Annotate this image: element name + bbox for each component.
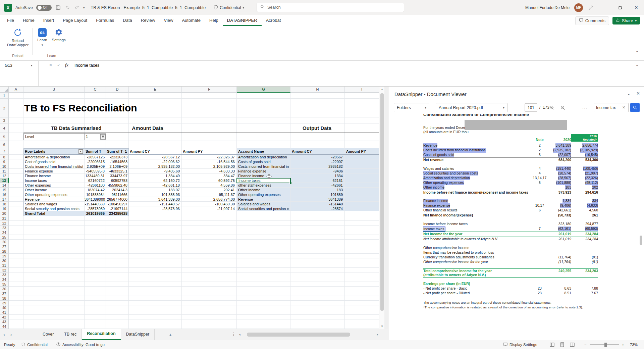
grid-cell[interactable]: Social securities and pension cost (238, 206, 289, 211)
grid-cell[interactable]: -151440 (291, 202, 343, 206)
grid-cell[interactable]: Other income (25, 188, 83, 192)
row-header-11[interactable]: 11 (0, 169, 9, 173)
sensitivity-chip[interactable]: Confidential ▾ (214, 5, 244, 10)
formula-bar-expand-icon[interactable]: ⌄ (636, 63, 639, 67)
row-header-25[interactable]: 25 (0, 235, 9, 240)
grid-cell[interactable]: -28,573.96 (129, 206, 180, 211)
pdf-value-2020[interactable]: (28,574) (558, 171, 571, 176)
grid-cell[interactable]: -28567 (291, 155, 343, 159)
grid-cell[interactable]: Other operating expenses (25, 192, 83, 197)
row-header-41[interactable]: 41 (0, 310, 9, 315)
grid-cell[interactable]: Other income (238, 188, 289, 192)
zoom-slider[interactable] (590, 344, 619, 345)
pdf-snip-row[interactable]: Revenue23,641,3892,656,774 (423, 143, 598, 148)
quick-access-caret-icon[interactable]: ▾ (83, 6, 85, 9)
row-header-31[interactable]: 31 (0, 263, 9, 268)
grid-cell[interactable]: -9,405.60 (129, 169, 180, 173)
grid-cell[interactable]: -21,997.14 (182, 206, 235, 211)
row-header-42[interactable]: 42 (0, 315, 9, 319)
row-header-35[interactable]: 35 (0, 282, 9, 287)
grid-cell[interactable]: -28574 (291, 206, 343, 211)
sheet-tab-cover[interactable]: Cover (38, 329, 59, 340)
grid-cell[interactable]: -2,935,182.00 (129, 164, 180, 169)
grid-cell[interactable]: Finance expense (25, 169, 83, 173)
grid-cell[interactable]: Cost of goods sold (25, 159, 83, 164)
grid-cell[interactable]: Costs of goods sold (238, 159, 289, 164)
grid-cell[interactable]: -100450297 (106, 202, 127, 206)
row-header-24[interactable]: 24 (0, 230, 9, 235)
pdf-snip-row[interactable]: Costs incurred from financial institutio… (423, 148, 598, 153)
pdf-row-label[interactable]: Social securities and pension costs (423, 171, 478, 176)
name-box[interactable]: G13 ▾ (0, 61, 39, 86)
grid-cell[interactable]: -4633325.1 (106, 169, 127, 173)
grid-cell[interactable]: 1 (86, 133, 99, 140)
row-header-16[interactable]: 16 (0, 192, 9, 197)
grid-cell[interactable]: 183.07 (129, 188, 180, 192)
grid-cell[interactable]: 202414.3 (106, 188, 127, 192)
grid-cell[interactable]: -100,450.30 (182, 202, 235, 206)
grid-cell[interactable]: 334.47 (182, 173, 235, 178)
grid-cell[interactable]: -42661 (291, 183, 343, 188)
pdf-value-2019[interactable]: (22,326) (585, 176, 598, 181)
grid-cell[interactable]: 4559862.48 (106, 183, 127, 188)
column-header-F[interactable]: F (182, 87, 237, 93)
pdf-value-2019[interactable]: (4,633) (587, 203, 598, 208)
page-number-input[interactable]: 101 (525, 103, 537, 112)
sheet-report-title[interactable]: TB to FS Reconciliation (24, 99, 232, 117)
grid-cell[interactable]: -151440569 (85, 202, 105, 206)
vertical-scrollbar[interactable]: ▲ ▼ (379, 87, 384, 329)
comments-button[interactable]: Comments (575, 16, 609, 25)
pdf-value-2020[interactable]: (22,007) (558, 153, 571, 157)
scroll-up-icon[interactable]: ▲ (379, 87, 385, 92)
grid-cell[interactable]: 3641389000 (85, 197, 105, 202)
row-header-40[interactable]: 40 (0, 305, 9, 310)
pdf-row-label[interactable]: Other operating expenses (423, 181, 464, 185)
zoom-in-icon[interactable] (549, 104, 555, 111)
row-header-17[interactable]: 17 (0, 197, 9, 202)
grid-cell[interactable]: -62160722 (85, 178, 105, 183)
row-header-26[interactable]: 26 (0, 240, 9, 244)
column-header-H[interactable]: H (290, 87, 345, 93)
pdf-row-label[interactable]: Costs of goods sold (423, 153, 454, 157)
grid-cell[interactable]: -28567125 (85, 155, 105, 159)
enter-formula-icon[interactable]: ✓ (57, 63, 60, 67)
grid-cell[interactable]: Salaries and wages (238, 202, 289, 206)
row-header-23[interactable]: 23 (0, 226, 9, 230)
row-header-8[interactable]: 8 (0, 155, 9, 159)
share-button[interactable]: Share ▾ (612, 17, 640, 24)
row-header-2[interactable]: 2 (0, 99, 9, 117)
grid-cell[interactable]: -9405595.8 (85, 169, 105, 173)
grid-cell[interactable]: Income taxes (25, 178, 83, 183)
grid-cell[interactable]: -21997144 (106, 206, 127, 211)
horizontal-scrollbar[interactable]: ◂ ▸ (239, 333, 378, 337)
grid-cell[interactable]: -42661180 (85, 183, 105, 188)
page-layout-view-icon[interactable] (558, 340, 566, 349)
pdf-snip-row[interactable]: Social securities and pension costs4(28,… (423, 171, 598, 176)
pdf-row-label[interactable]: Costs incurred from financial institutio… (423, 148, 486, 153)
row-header-32[interactable]: 32 (0, 268, 9, 272)
grid-cell[interactable]: -95,111.67 (182, 192, 235, 197)
row-header-7[interactable]: 7 (0, 148, 9, 155)
row-header-4[interactable]: 4 (0, 123, 9, 133)
excel-app-icon[interactable]: X (4, 4, 12, 12)
close-button[interactable]: ✕ (631, 0, 642, 15)
ribbon-tab-page-layout[interactable]: Page Layout (58, 15, 92, 26)
grid-cell[interactable]: -22,326.37 (182, 155, 235, 159)
grid-cell[interactable]: -2.935E+09 (85, 164, 105, 169)
cancel-formula-icon[interactable]: ✕ (49, 63, 52, 67)
grid-cell[interactable]: Account Name (238, 148, 289, 155)
sheet-nav-next-icon[interactable]: › (10, 332, 12, 337)
column-header-A[interactable]: A (9, 87, 23, 93)
clear-search-icon[interactable]: ✕ (622, 105, 625, 110)
grid-cell[interactable]: -60,592.75 (182, 178, 235, 183)
grid-cell[interactable]: 202.41 (182, 188, 235, 192)
status-accessibility[interactable]: Accessibility: Good to go (56, 340, 105, 349)
pdf-value-2019[interactable]: 2,656,774 (582, 143, 598, 148)
pdf-snip-row[interactable]: Amortization and depreciation13,14,17(28… (423, 176, 598, 181)
grid-cell[interactable]: 3641389 (291, 197, 343, 202)
grid-cell[interactable]: -101888934 (85, 192, 105, 197)
grid-cell[interactable]: Grand Total (25, 211, 83, 216)
pdf-snip-row[interactable]: Other operating expenses5(101,889)(95,11… (423, 181, 598, 185)
save-icon[interactable] (55, 5, 61, 11)
pen-mode-icon[interactable] (588, 5, 594, 11)
